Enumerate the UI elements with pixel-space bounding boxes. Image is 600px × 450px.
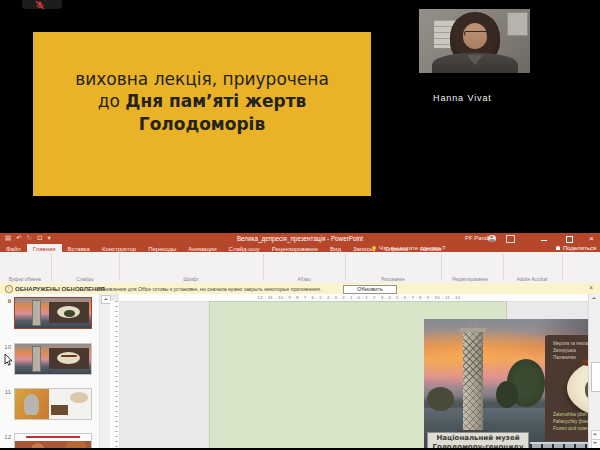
slide-thumbnail-panel: 9 10 11 bbox=[0, 294, 99, 449]
slide-number-12: 12 bbox=[2, 434, 11, 440]
acrobat-group-label: Adobe Acrobat bbox=[510, 277, 554, 282]
editing-group-label: Редактирование bbox=[445, 277, 495, 282]
lightbulb-icon bbox=[372, 246, 376, 250]
tell-me-search[interactable]: Что вы хотите сделать? bbox=[372, 245, 445, 251]
person-face bbox=[463, 23, 487, 49]
slide-canvas[interactable]: Мерзла та гнила картопля Затерушка Палян… bbox=[210, 302, 506, 448]
vertical-ruler bbox=[110, 301, 120, 449]
tab-animations[interactable]: Анимации bbox=[182, 244, 222, 253]
slide-title-line2: до Дня пам’яті жертв bbox=[33, 90, 371, 112]
next-slide-button[interactable] bbox=[591, 439, 600, 449]
slide-number-9: 9 bbox=[2, 298, 11, 304]
workspace: 9 10 11 bbox=[0, 294, 600, 449]
notification-title: ОБНАРУЖЕНЫ ОБНОВЛЕНИЯ bbox=[15, 286, 105, 292]
scrollbar-thumb[interactable] bbox=[591, 362, 600, 392]
slide-photo: Мерзла та гнила картопля Затерушка Палян… bbox=[424, 319, 600, 449]
account-avatar[interactable] bbox=[488, 235, 496, 243]
tab-review[interactable]: Рецензирование bbox=[266, 244, 324, 253]
slide-number-11: 11 bbox=[2, 389, 11, 395]
update-button[interactable]: Обновить bbox=[343, 285, 397, 294]
monument-column bbox=[463, 332, 483, 431]
tab-view[interactable]: Вид bbox=[324, 244, 347, 253]
slide-thumbnail-10[interactable] bbox=[14, 343, 92, 375]
font-group-label: Шрифт bbox=[136, 277, 247, 282]
slide-thumbnail-11[interactable] bbox=[14, 388, 92, 420]
mouse-cursor bbox=[4, 352, 13, 370]
restore-button[interactable] bbox=[566, 236, 573, 243]
tab-design[interactable]: Конструктор bbox=[96, 244, 142, 253]
up-arrow-icon bbox=[104, 298, 108, 300]
museum-caption: Національний музей Голодомору-геноциду bbox=[427, 432, 529, 449]
tab-home[interactable]: Главная bbox=[27, 244, 62, 253]
scroll-up-icon[interactable] bbox=[592, 297, 596, 299]
drawing-group-label: Рисование bbox=[356, 277, 429, 282]
tab-transitions[interactable]: Переходы bbox=[142, 244, 182, 253]
minimize-button[interactable] bbox=[541, 240, 547, 241]
person-glasses bbox=[464, 31, 488, 36]
slide-title-line3: Голодоморів bbox=[33, 113, 371, 135]
tab-slideshow[interactable]: Слайд-шоу bbox=[223, 244, 266, 253]
notification-close-icon[interactable]: × bbox=[589, 284, 593, 291]
horizontal-ruler: 12 · 11 · 10 · 9 · 8 · 7 · 6 · 5 · 4 · 3… bbox=[119, 294, 588, 302]
info-icon: i bbox=[5, 285, 13, 293]
participant-video[interactable] bbox=[419, 9, 530, 73]
share-button[interactable]: Поделиться bbox=[556, 245, 596, 251]
presentation-title-slide: виховна лекція, приурочена до Дня пам’ят… bbox=[33, 32, 371, 196]
avatar-bust bbox=[489, 239, 495, 242]
close-button[interactable]: × bbox=[589, 234, 594, 243]
vertical-scrollbar[interactable] bbox=[588, 294, 600, 449]
paragraph-group-label: Абзац bbox=[273, 277, 335, 282]
notification-message: Обновления для Office готовы к установке… bbox=[97, 286, 321, 291]
ruler-numbers: 12 · 11 · 10 · 9 · 8 · 7 · 6 · 5 · 4 · 3… bbox=[215, 295, 503, 299]
background-frame bbox=[507, 12, 528, 36]
ribbon-tab-bar: Файл Главная Вставка Конструктор Переход… bbox=[0, 244, 600, 253]
tree bbox=[496, 381, 518, 408]
person-icon bbox=[556, 246, 560, 250]
ribbon: Вставить ✂ ⧉ ✎ Буфер обмена Создать слай… bbox=[0, 252, 600, 284]
ribbon-display-options-icon[interactable] bbox=[506, 235, 515, 243]
slides-group-label: Слайды bbox=[59, 277, 110, 282]
mute-indicator[interactable] bbox=[22, 0, 62, 9]
tab-file[interactable]: Файл bbox=[0, 244, 27, 253]
screen: виховна лекція, приурочена до Дня пам’ят… bbox=[0, 0, 600, 450]
participant-name: Hanna Vivat bbox=[433, 93, 492, 103]
powerpoint-titlebar: ▤ ↶ ↻ ⊡ ▾ Велика_депресія_презентація - … bbox=[0, 233, 600, 244]
slide-number-10: 10 bbox=[2, 344, 11, 350]
tab-insert[interactable]: Вставка bbox=[62, 244, 96, 253]
tree bbox=[427, 387, 455, 411]
clipboard-group-label: Буфер обмена bbox=[6, 277, 45, 282]
slide-thumbnail-9[interactable] bbox=[14, 297, 92, 329]
slide-title-line1: виховна лекція, приурочена bbox=[33, 68, 371, 90]
slide-thumbnail-12[interactable] bbox=[14, 433, 92, 448]
